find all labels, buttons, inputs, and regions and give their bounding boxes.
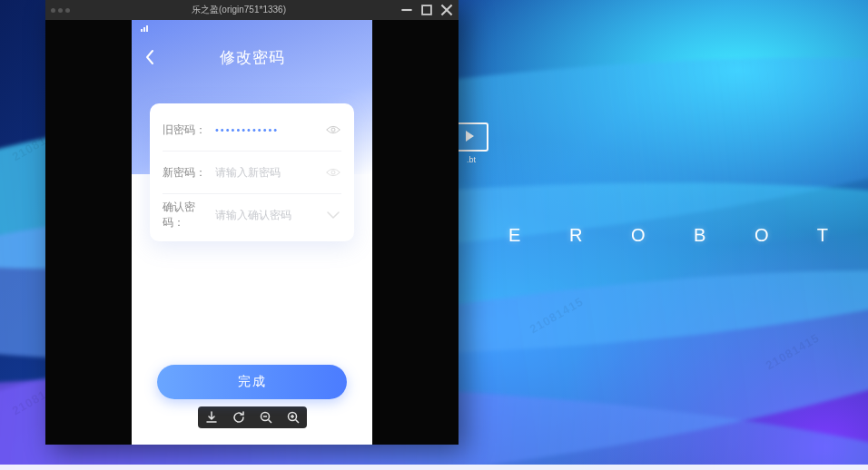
desktop-shortcut[interactable]: .bt [454, 122, 488, 164]
svg-line-11 [268, 420, 271, 424]
zoom-out-icon[interactable] [255, 406, 277, 428]
app-header: 修改密码 旧密码： 新密码： [132, 20, 372, 174]
old-password-input[interactable] [213, 123, 325, 136]
svg-rect-5 [143, 27, 145, 32]
minimize-button[interactable] [400, 4, 413, 16]
confirm-password-label: 确认密码： [163, 200, 213, 230]
titlebar-dots [51, 8, 70, 13]
zoom-in-icon[interactable] [282, 406, 304, 428]
emulator-letterbox-right [372, 20, 459, 445]
wallpaper-brand-text: E R O B O T [508, 225, 850, 246]
confirm-password-row: 确认密码： [163, 194, 341, 236]
window-title: 乐之盈(origin751*1336) [192, 4, 286, 16]
new-password-row: 新密码： [163, 152, 341, 194]
old-password-label: 旧密码： [163, 122, 213, 138]
old-password-row: 旧密码： [163, 109, 341, 152]
emulator-toolbar [198, 406, 307, 428]
close-button[interactable] [440, 4, 453, 16]
emulator-letterbox-left [45, 20, 132, 445]
svg-line-15 [295, 420, 299, 424]
phone-screen: 修改密码 旧密码： 新密码： [132, 20, 372, 445]
rotate-icon[interactable] [228, 406, 250, 428]
window-titlebar[interactable]: 乐之盈(origin751*1336) [45, 0, 459, 20]
desktop-shortcut-label: .bt [467, 155, 476, 164]
svg-point-8 [331, 171, 335, 174]
emulator-window: 乐之盈(origin751*1336) 修改密码 旧密码： [45, 0, 459, 445]
maximize-button[interactable] [420, 4, 433, 16]
page-title: 修改密码 [132, 47, 372, 68]
svg-rect-4 [141, 29, 143, 32]
submit-button[interactable]: 完成 [157, 365, 347, 399]
new-password-input[interactable] [213, 165, 325, 180]
eye-icon[interactable] [325, 124, 341, 135]
chevron-down-icon[interactable] [325, 210, 341, 220]
new-password-label: 新密码： [163, 165, 213, 181]
password-card: 旧密码： 新密码： 确认密码： [150, 103, 354, 241]
os-taskbar[interactable] [0, 465, 868, 470]
phone-statusbar [132, 20, 372, 32]
play-icon [454, 122, 488, 152]
download-icon[interactable] [201, 406, 222, 428]
eye-icon[interactable] [325, 167, 341, 178]
svg-point-7 [331, 128, 335, 132]
svg-rect-6 [146, 25, 148, 32]
confirm-password-input[interactable] [213, 208, 325, 222]
svg-rect-1 [422, 5, 431, 15]
